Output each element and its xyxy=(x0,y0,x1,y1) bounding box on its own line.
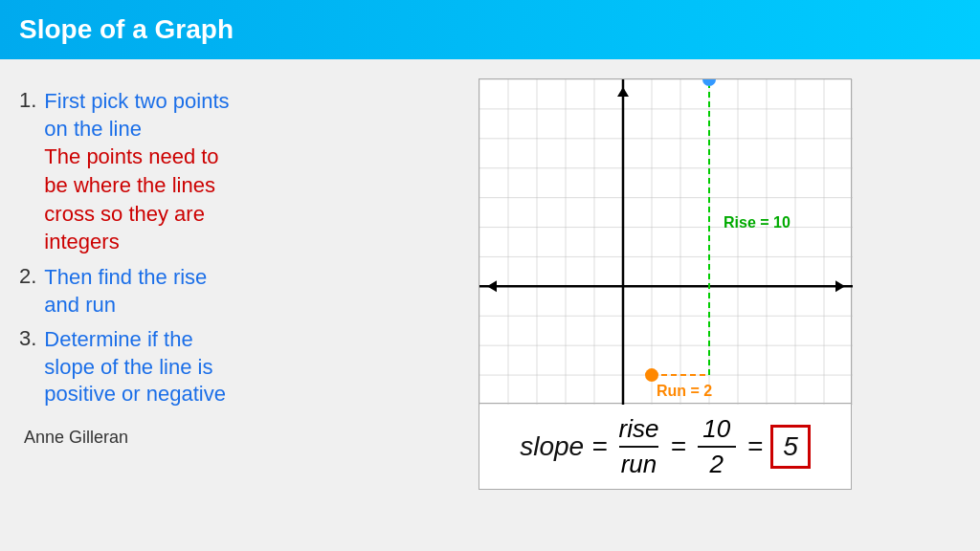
author-label: Anne Gilleran xyxy=(19,428,459,448)
graph-panel: slope = rise run = 10 2 = 5 xyxy=(479,78,961,541)
fraction-word-den: run xyxy=(620,448,658,479)
formula-answer: 5 xyxy=(770,425,811,469)
step-1-main: First pick two pointson the line xyxy=(44,88,459,143)
formula-eq1: = xyxy=(591,431,607,462)
page-title: Slope of a Graph xyxy=(19,14,234,45)
formula-slope: slope xyxy=(520,431,584,462)
formula-fraction-num: 10 2 xyxy=(698,414,736,479)
step-3-number: 3. xyxy=(19,326,36,408)
formula-eq2: = xyxy=(670,431,685,462)
main-content: 1. First pick two pointson the line The … xyxy=(0,59,980,551)
graph-container xyxy=(479,78,852,404)
fraction-num-top: 10 xyxy=(698,414,736,448)
step-3: 3. Determine if theslope of the line isp… xyxy=(19,326,459,408)
formula-eq3: = xyxy=(747,431,763,462)
graph-canvas xyxy=(479,79,853,405)
step-1-content: First pick two pointson the line The poi… xyxy=(44,88,459,256)
header: Slope of a Graph xyxy=(0,0,980,59)
step-2-main: Then find the riseand run xyxy=(44,264,459,319)
formula-fraction-word: rise run xyxy=(619,414,659,479)
step-1: 1. First pick two pointson the line The … xyxy=(19,88,459,256)
step-3-main: Determine if theslope of the line isposi… xyxy=(44,326,459,408)
formula-box: slope = rise run = 10 2 = 5 xyxy=(479,404,852,490)
step-1-number: 1. xyxy=(19,88,36,256)
fraction-num-bot: 2 xyxy=(698,448,736,479)
fraction-word-num: rise xyxy=(619,414,659,448)
instructions-panel: 1. First pick two pointson the line The … xyxy=(19,78,459,541)
step-2-content: Then find the riseand run xyxy=(44,264,459,319)
step-1-note: The points need tobe where the linescros… xyxy=(44,143,459,256)
step-2: 2. Then find the riseand run xyxy=(19,264,459,319)
step-2-number: 2. xyxy=(19,264,36,319)
step-3-content: Determine if theslope of the line isposi… xyxy=(44,326,459,408)
steps-list: 1. First pick two pointson the line The … xyxy=(19,88,459,408)
